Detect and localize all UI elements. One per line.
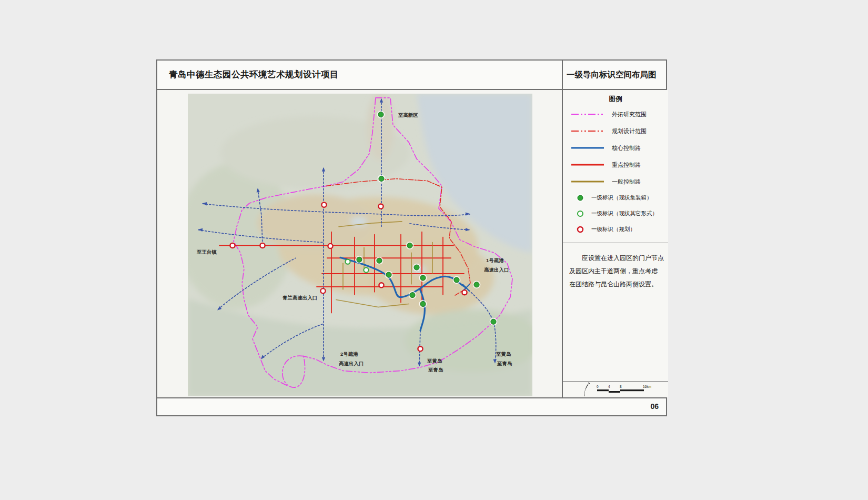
sign-marker-existing-container <box>377 111 384 118</box>
dashdot-line-swatch <box>570 128 605 134</box>
legend-item: 一级标识（现状其它形式） <box>563 206 668 222</box>
plan-sheet: 青岛中德生态园公共环境艺术规划设计项目 一级导向标识空间布局图 至高新区至王台镇… <box>156 59 667 416</box>
map-label: 至黄岛 <box>427 358 442 364</box>
legend-item-label: 规划设计范围 <box>612 127 647 135</box>
legend-line-items: 外拓研究范围规划设计范围核心控制路重点控制路一般控制路 <box>563 106 668 190</box>
map-label: 至高新区 <box>398 112 418 118</box>
sign-marker-planned <box>260 243 265 248</box>
map-label: 至青岛 <box>497 361 512 366</box>
sign-marker-planned <box>462 290 467 295</box>
sign-marker-existing-container <box>413 264 420 271</box>
legend-item: 一级标识（规划） <box>563 222 668 237</box>
sign-marker-existing-container <box>378 175 385 182</box>
legend-item-label: 一级标识（规划） <box>591 226 635 233</box>
solid-line-swatch <box>570 145 605 151</box>
map-label: 1号疏港 <box>486 257 504 263</box>
sheet-title: 一级导向标识空间布局图 <box>563 61 666 89</box>
sheet-footer: 06 <box>157 397 666 414</box>
dashdot-line-swatch <box>570 112 605 117</box>
sign-marker-existing-other <box>364 268 368 273</box>
svg-text:4: 4 <box>608 385 610 388</box>
sheet-header: 青岛中德生态园公共环境艺术规划设计项目 一级导向标识空间布局图 <box>157 61 666 90</box>
map-label: 高速出入口 <box>484 267 509 273</box>
sign-marker-planned <box>230 243 235 248</box>
screenshot-canvas: 青岛中德生态园公共环境艺术规划设计项目 一级导向标识空间布局图 至高新区至王台镇… <box>0 0 868 500</box>
legend-item: 一级标识（现状集装箱） <box>563 190 668 206</box>
sign-marker-planned <box>321 203 326 207</box>
side-panel: 图例 外拓研究范围规划设计范围核心控制路重点控制路一般控制路 一级标识（现状集装… <box>563 90 668 397</box>
sign-marker-planned <box>379 283 383 287</box>
sign-marker-planned <box>320 288 325 293</box>
sign-marker-planned <box>378 204 383 209</box>
note-text: 应设置在进入园区的门户节点及园区内主干道两侧，重点考虑在团结路与昆仑山路两侧设置… <box>569 252 664 291</box>
map-label: 高速出入口 <box>339 361 364 366</box>
placement-note: 应设置在进入园区的门户节点及园区内主干道两侧，重点考虑在团结路与昆仑山路两侧设置… <box>563 243 668 382</box>
sign-marker-existing-other <box>345 259 350 264</box>
legend-item-label: 重点控制路 <box>612 161 641 169</box>
sheet-body: 至高新区至王台镇1号疏港高速出入口青兰高速出入口2号疏港高速出入口至黄岛至青岛至… <box>157 90 666 397</box>
legend-title: 图例 <box>563 95 668 104</box>
legend-item: 外拓研究范围 <box>563 106 668 123</box>
sign-marker-planned <box>328 244 332 248</box>
legend-item: 重点控制路 <box>563 156 668 173</box>
svg-text:8: 8 <box>620 385 622 388</box>
page-number: 06 <box>650 402 659 411</box>
map-navigation: 04816km <box>563 382 668 397</box>
legend-marker-items: 一级标识（现状集装箱）一级标识（现状其它形式）一级标识（规划） <box>563 190 668 237</box>
svg-text:0: 0 <box>597 385 599 388</box>
sign-marker-existing-container <box>385 271 392 278</box>
legend-item: 核心控制路 <box>563 139 668 156</box>
legend-item-label: 外拓研究范围 <box>612 111 647 118</box>
legend: 图例 外拓研究范围规划设计范围核心控制路重点控制路一般控制路 一级标识（现状集装… <box>563 90 668 243</box>
sign-marker-existing-container <box>419 274 426 281</box>
note-line: 应设置在进入园区的门户节点 <box>569 252 664 265</box>
green-open-marker-icon <box>576 209 587 218</box>
north-arrow-icon <box>577 382 594 397</box>
legend-item-label: 一级标识（现状集装箱） <box>591 194 652 202</box>
note-line: 在团结路与昆仑山路两侧设置。 <box>569 278 664 291</box>
sign-marker-existing-container <box>453 276 460 283</box>
solid-line-swatch <box>570 179 605 184</box>
sign-marker-existing-container <box>376 257 382 264</box>
map-area: 至高新区至王台镇1号疏港高速出入口青兰高速出入口2号疏港高速出入口至黄岛至青岛至… <box>157 90 563 397</box>
sign-marker-existing-container <box>409 292 416 298</box>
map-label: 2号疏港 <box>340 351 358 357</box>
scale-bar: 04816km <box>594 383 657 396</box>
site-map: 至高新区至王台镇1号疏港高速出入口青兰高速出入口2号疏港高速出入口至黄岛至青岛至… <box>157 90 563 397</box>
map-label: 至王台镇 <box>196 249 217 255</box>
sign-marker-existing-container <box>356 256 362 263</box>
note-line: 及园区内主干道两侧，重点考虑 <box>569 265 664 278</box>
legend-item: 规划设计范围 <box>563 123 668 139</box>
map-label: 至黄岛 <box>496 351 511 357</box>
red-open-marker-icon <box>576 225 587 234</box>
legend-item: 一般控制路 <box>563 173 668 190</box>
sign-marker-existing-container <box>473 281 480 288</box>
svg-text:16km: 16km <box>643 385 651 388</box>
sign-marker-planned <box>418 346 422 351</box>
map-label: 至青岛 <box>428 367 443 373</box>
sign-marker-existing-container <box>406 242 413 249</box>
solid-line-swatch <box>570 162 605 167</box>
legend-item-label: 一级标识（现状其它形式） <box>591 210 658 217</box>
project-title: 青岛中德生态园公共环境艺术规划设计项目 <box>157 61 563 89</box>
map-label: 青兰高速出入口 <box>282 295 317 301</box>
sign-marker-existing-container <box>490 318 497 325</box>
legend-item-label: 一般控制路 <box>612 178 641 186</box>
green-filled-marker-icon <box>576 193 587 203</box>
sign-marker-existing-container <box>419 301 426 307</box>
legend-item-label: 核心控制路 <box>612 144 641 152</box>
